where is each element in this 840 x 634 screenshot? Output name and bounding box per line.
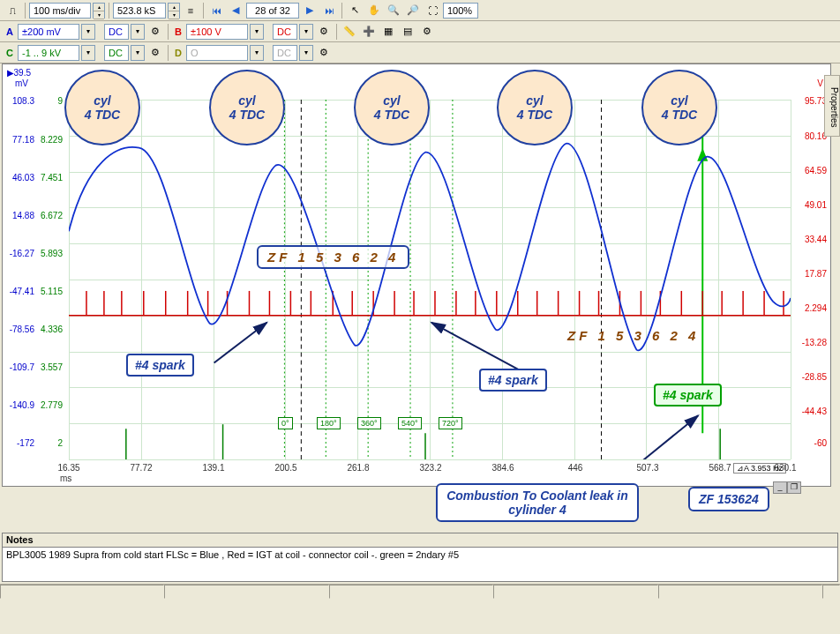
tdc-annotation: cyl4 TDC xyxy=(641,70,717,145)
channel-a-label: A xyxy=(4,26,16,37)
hand-tool-icon[interactable]: ✋ xyxy=(365,2,383,19)
timebase-input[interactable]: 100 ms/div xyxy=(29,3,91,19)
timebase-spinner[interactable]: ▴▾ xyxy=(93,3,105,19)
cursor-360[interactable]: 360° xyxy=(357,417,381,429)
first-page-icon[interactable]: ⏮ xyxy=(207,2,225,19)
channel-b-range[interactable]: ±100 V xyxy=(186,24,248,40)
page-indicator[interactable]: 28 of 32 xyxy=(246,3,299,19)
channel-d-range-dd[interactable]: ▾ xyxy=(250,45,264,61)
cursor-180[interactable]: 180° xyxy=(317,417,341,429)
pointer-tool-icon[interactable]: ↖ xyxy=(346,2,364,19)
tdc-annotation: cyl4 TDC xyxy=(497,70,573,145)
restore-icon[interactable]: ❐ xyxy=(787,481,801,494)
zoom-fit-icon[interactable]: ⛶ xyxy=(424,2,441,19)
channel-d-coupling-dd[interactable]: ▾ xyxy=(299,45,313,61)
zoom-out-icon[interactable]: 🔎 xyxy=(404,2,422,19)
settings-icon[interactable]: ⚙ xyxy=(418,23,436,41)
cursor-0[interactable]: 0° xyxy=(278,417,293,429)
trigger-icon[interactable]: ⎍ xyxy=(4,2,21,19)
channel-a-coupling-dd[interactable]: ▾ xyxy=(131,24,145,40)
channel-d-label: D xyxy=(172,48,184,58)
spark-annotation: #4 spark xyxy=(126,354,194,377)
spark-annotation-green: #4 spark xyxy=(654,384,722,407)
notes-textarea[interactable]: BPL3005 1989 Supra from cold start FLSc … xyxy=(2,547,838,582)
tdc-annotation: cyl4 TDC xyxy=(354,70,430,145)
channel-d-coupling[interactable]: DC xyxy=(273,45,297,61)
zoom-input[interactable]: 100% xyxy=(443,3,478,19)
layout-icon[interactable]: ▦ xyxy=(379,23,397,41)
toolbar-acquisition: ⎍ 100 ms/div ▴▾ 523.8 kS ▴▾ ≡ ⏮ ◀ 28 of … xyxy=(0,0,840,21)
channel-a-options[interactable]: ⚙ xyxy=(146,23,164,41)
channel-b-options[interactable]: ⚙ xyxy=(315,23,333,41)
channel-a-range[interactable]: ±200 mV xyxy=(18,24,79,40)
next-page-icon[interactable]: ▶ xyxy=(301,2,319,19)
zf-id-annotation: ZF 153624 xyxy=(688,487,769,511)
grid-icon[interactable]: ▤ xyxy=(399,23,416,41)
notes-header: Notes xyxy=(2,533,838,547)
toolbar-channels-ab: A ±200 mV ▾ DC ▾ ⚙ B ±100 V ▾ DC ▾ ⚙ 📏 ➕… xyxy=(0,21,840,42)
prev-page-icon[interactable]: ◀ xyxy=(227,2,244,19)
channel-d-range[interactable]: O xyxy=(186,45,248,61)
tdc-annotation: cyl4 TDC xyxy=(64,70,140,145)
zoom-in-icon[interactable]: 🔍 xyxy=(385,2,402,19)
spark-annotation: #4 spark xyxy=(479,369,547,392)
notes-window-buttons: _ ❐ xyxy=(773,481,801,494)
firing-order-annotation: ZF 1 5 3 6 2 4 xyxy=(257,245,409,269)
last-page-icon[interactable]: ⏭ xyxy=(320,2,338,19)
svg-marker-8 xyxy=(697,148,708,161)
channel-a-coupling[interactable]: DC xyxy=(104,24,129,40)
samples-menu[interactable]: ≡ xyxy=(182,2,199,19)
channel-c-options[interactable]: ⚙ xyxy=(146,44,164,62)
toolbar-channels-cd: C -1 .. 9 kV ▾ DC ▾ ⚙ D O ▾ DC ▾ ⚙ xyxy=(0,42,840,63)
ruler-icon[interactable]: 📏 xyxy=(341,23,358,41)
samples-input[interactable]: 523.8 kS xyxy=(113,3,166,19)
scope-view[interactable]: ▶39.5 mV V xyxy=(2,63,831,487)
channel-c-range-dd[interactable]: ▾ xyxy=(81,45,95,61)
channel-b-label: B xyxy=(172,26,184,37)
svg-line-49 xyxy=(214,323,267,363)
channel-d-options[interactable]: ⚙ xyxy=(315,44,333,62)
svg-line-51 xyxy=(580,415,699,459)
channel-a-range-dd[interactable]: ▾ xyxy=(81,24,95,40)
minimize-icon[interactable]: _ xyxy=(773,481,787,494)
channel-b-coupling[interactable]: DC xyxy=(273,24,297,40)
add-view-icon[interactable]: ➕ xyxy=(360,23,378,41)
channel-c-coupling[interactable]: DC xyxy=(104,45,129,61)
firing-order-annotation: ZF 1 5 3 6 2 4 xyxy=(559,325,708,346)
channel-c-coupling-dd[interactable]: ▾ xyxy=(131,45,145,61)
status-bar xyxy=(0,584,840,600)
channel-b-range-dd[interactable]: ▾ xyxy=(250,24,264,40)
cursor-540[interactable]: 540° xyxy=(398,417,422,429)
cursor-720[interactable]: 720° xyxy=(439,417,462,429)
tdc-annotation: cyl4 TDC xyxy=(209,70,285,145)
combustion-annotation: Combustion To Coolant leak in cylinder 4 xyxy=(436,483,639,522)
samples-spinner[interactable]: ▴▾ xyxy=(168,3,180,19)
channel-b-coupling-dd[interactable]: ▾ xyxy=(299,24,313,40)
channel-c-range[interactable]: -1 .. 9 kV xyxy=(18,45,79,61)
properties-tab[interactable]: Properties xyxy=(824,75,840,137)
channel-c-label: C xyxy=(4,48,16,58)
